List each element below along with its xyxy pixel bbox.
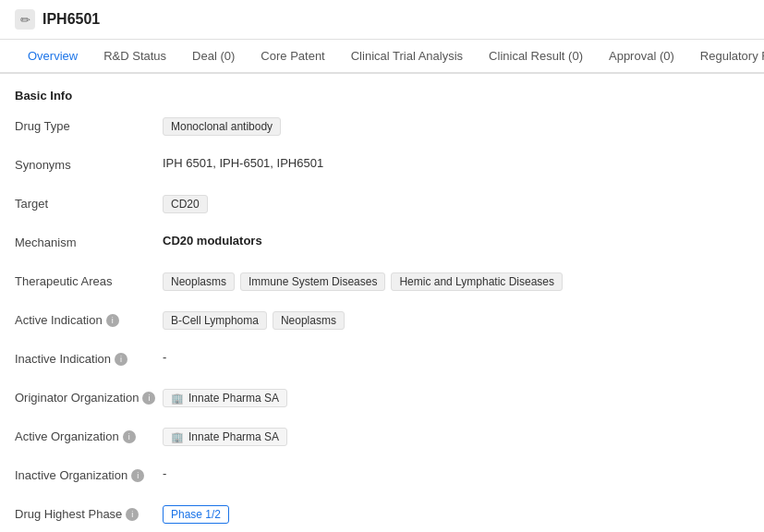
- tag: Monoclonal antibody: [163, 117, 281, 136]
- plain-value: IPH 6501, IPH-6501, IPH6501: [163, 156, 323, 170]
- tag: B-Cell Lymphoma: [163, 311, 267, 330]
- info-row-9: Inactive Organizationi-: [15, 466, 749, 489]
- content-area: Basic Info Drug TypeMonoclonal antibodyS…: [0, 74, 764, 532]
- field-label-2: Target: [15, 195, 163, 211]
- info-row-4: Therapeutic AreasNeoplasmsImmune System …: [15, 272, 749, 295]
- dash-value: -: [163, 466, 166, 480]
- section-title: Basic Info: [15, 89, 749, 103]
- org-name: Innate Pharma SA: [188, 430, 279, 443]
- field-label-4: Therapeutic Areas: [15, 272, 163, 288]
- field-value-3: CD20 modulators: [163, 234, 749, 248]
- field-label-5: Active Indicationi: [15, 311, 163, 327]
- tag: Neoplasms: [273, 311, 345, 330]
- tab-clinical-trial-analysis[interactable]: Clinical Trial Analysis: [338, 40, 476, 74]
- info-row-0: Drug TypeMonoclonal antibody: [15, 117, 749, 139]
- tag-outline: Phase 1/2: [163, 505, 229, 524]
- info-icon-10[interactable]: i: [126, 508, 139, 521]
- field-value-1: IPH 6501, IPH-6501, IPH6501: [163, 156, 749, 170]
- info-row-5: Active IndicationiB-Cell LymphomaNeoplas…: [15, 311, 749, 333]
- field-value-4: NeoplasmsImmune System DiseasesHemic and…: [163, 272, 749, 291]
- org-tag[interactable]: 🏢Innate Pharma SA: [163, 428, 287, 446]
- tab-rd-status[interactable]: R&D Status: [91, 40, 179, 74]
- bold-value: CD20 modulators: [163, 234, 262, 248]
- tab-overview[interactable]: Overview: [15, 40, 91, 74]
- info-row-1: SynonymsIPH 6501, IPH-6501, IPH6501: [15, 156, 749, 178]
- field-label-1: Synonyms: [15, 156, 163, 172]
- field-value-2: CD20: [163, 195, 749, 213]
- tag: Neoplasms: [163, 272, 235, 291]
- field-value-7: 🏢Innate Pharma SA: [163, 389, 749, 407]
- info-icon-7[interactable]: i: [142, 392, 155, 405]
- field-label-8: Active Organizationi: [15, 428, 163, 443]
- info-icon-6[interactable]: i: [115, 353, 127, 366]
- field-value-9: -: [163, 466, 749, 480]
- field-value-10: Phase 1/2: [163, 505, 749, 524]
- tag: Hemic and Lymphatic Diseases: [391, 272, 563, 291]
- info-icon-8[interactable]: i: [123, 430, 136, 443]
- field-value-8: 🏢Innate Pharma SA: [163, 428, 749, 446]
- tab-core-patent[interactable]: Core Patent: [248, 40, 337, 74]
- info-row-7: Originator Organizationi🏢Innate Pharma S…: [15, 389, 749, 411]
- tab-bar: OverviewR&D StatusDeal (0)Core PatentCli…: [0, 40, 764, 74]
- org-tag[interactable]: 🏢Innate Pharma SA: [163, 389, 287, 407]
- info-row-6: Inactive Indicationi-: [15, 350, 749, 372]
- info-row-3: MechanismCD20 modulators: [15, 234, 749, 256]
- info-icon-5[interactable]: i: [106, 314, 119, 327]
- tab-regulatory-review[interactable]: Regulatory Review (0): [687, 40, 764, 74]
- dash-value: -: [163, 350, 166, 364]
- fields-list: Drug TypeMonoclonal antibodySynonymsIPH …: [15, 117, 749, 532]
- info-row-8: Active Organizationi🏢Innate Pharma SA: [15, 428, 749, 450]
- info-row-2: TargetCD20: [15, 195, 749, 217]
- org-icon: 🏢: [171, 431, 184, 443]
- field-label-0: Drug Type: [15, 117, 163, 133]
- tab-clinical-result[interactable]: Clinical Result (0): [476, 40, 596, 74]
- field-label-3: Mechanism: [15, 234, 163, 249]
- info-row-10: Drug Highest PhaseiPhase 1/2: [15, 505, 749, 527]
- field-label-9: Inactive Organizationi: [15, 466, 163, 482]
- tag: Immune System Diseases: [240, 272, 385, 291]
- field-value-5: B-Cell LymphomaNeoplasms: [163, 311, 749, 330]
- tab-deal[interactable]: Deal (0): [179, 40, 248, 74]
- header-icon: ✏: [15, 9, 35, 30]
- field-label-10: Drug Highest Phasei: [15, 505, 163, 521]
- tag: CD20: [163, 195, 208, 213]
- field-label-7: Originator Organizationi: [15, 389, 163, 405]
- tab-approval[interactable]: Approval (0): [596, 40, 687, 74]
- org-icon: 🏢: [171, 393, 184, 405]
- field-value-6: -: [163, 350, 749, 364]
- page-title: IPH6501: [42, 11, 100, 28]
- info-icon-9[interactable]: i: [131, 469, 144, 482]
- field-value-0: Monoclonal antibody: [163, 117, 749, 136]
- org-name: Innate Pharma SA: [188, 392, 279, 405]
- header: ✏ IPH6501: [0, 0, 764, 40]
- field-label-6: Inactive Indicationi: [15, 350, 163, 366]
